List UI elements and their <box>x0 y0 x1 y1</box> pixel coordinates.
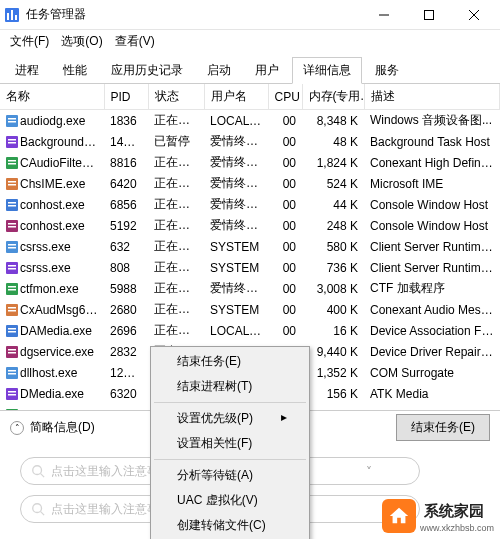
menu-options[interactable]: 选项(O) <box>57 31 106 52</box>
context-item[interactable]: 创建转储文件(C) <box>153 513 307 538</box>
maximize-button[interactable] <box>406 0 451 29</box>
table-row[interactable]: audiodg.exe1836正在运行LOCAL SE...008,348 KW… <box>0 110 500 132</box>
table-row[interactable]: CAudioFilterAgent...8816正在运行爱情终究...001,8… <box>0 152 500 173</box>
svg-rect-16 <box>8 163 16 165</box>
svg-rect-37 <box>8 310 16 312</box>
tab-1[interactable]: 性能 <box>52 57 98 84</box>
table-row[interactable]: CxAudMsg64.exe2680正在运行SYSTEM00400 KConex… <box>0 299 500 320</box>
cell-pid: 8816 <box>104 152 148 173</box>
col-header-name[interactable]: 名称 <box>0 84 104 110</box>
svg-rect-43 <box>8 352 16 354</box>
table-row[interactable]: ctfmon.exe5988正在运行爱情终究...003,008 KCTF 加载… <box>0 278 500 299</box>
tab-6[interactable]: 服务 <box>364 57 410 84</box>
col-header-mem[interactable]: 内存(专用... <box>302 84 364 110</box>
cell-status: 正在运行 <box>148 320 204 341</box>
cell-pid: 5192 <box>104 215 148 236</box>
cell-mem: 736 K <box>302 257 364 278</box>
table-row[interactable]: BackgroundTaskH...14440已暂停爱情终究...0048 KB… <box>0 131 500 152</box>
svg-point-68 <box>33 466 42 475</box>
context-item[interactable]: UAC 虚拟化(V) <box>153 488 307 513</box>
context-item[interactable]: 结束任务(E) <box>153 349 307 374</box>
cell-pid: 6420 <box>104 173 148 194</box>
process-icon <box>6 325 18 337</box>
svg-rect-42 <box>8 349 16 351</box>
svg-line-71 <box>41 512 45 516</box>
end-task-button[interactable]: 结束任务(E) <box>396 414 490 441</box>
cell-user: 爱情终究... <box>204 278 268 299</box>
watermark: 系统家园 www.xkzhbsb.com <box>382 499 494 533</box>
process-icon <box>6 346 18 358</box>
col-header-pid[interactable]: PID <box>104 84 148 110</box>
process-icon <box>6 241 18 253</box>
brief-info-link[interactable]: 简略信息(D) <box>30 419 95 436</box>
close-button[interactable] <box>451 0 496 29</box>
menubar: 文件(F) 选项(O) 查看(V) <box>0 30 500 52</box>
cell-desc: ATK Media <box>364 383 500 404</box>
cell-status: 正在运行 <box>148 173 204 194</box>
svg-rect-45 <box>8 370 16 372</box>
cell-pid: 5988 <box>104 278 148 299</box>
svg-rect-36 <box>8 307 16 309</box>
context-item[interactable]: 设置相关性(F) <box>153 431 307 456</box>
col-header-status[interactable]: 状态 <box>148 84 204 110</box>
table-row[interactable]: csrss.exe632正在运行SYSTEM00580 KClient Serv… <box>0 236 500 257</box>
minimize-button[interactable] <box>361 0 406 29</box>
col-header-desc[interactable]: 描述 <box>364 84 500 110</box>
cell-desc: Device Driver Repair ... <box>364 341 500 362</box>
cell-mem: 1,824 K <box>302 152 364 173</box>
table-row[interactable]: conhost.exe5192正在运行爱情终究...00248 KConsole… <box>0 215 500 236</box>
tab-3[interactable]: 启动 <box>196 57 242 84</box>
table-row[interactable]: ChsIME.exe6420正在运行爱情终究...00524 KMicrosof… <box>0 173 500 194</box>
cell-pid: 632 <box>104 236 148 257</box>
menu-file[interactable]: 文件(F) <box>6 31 53 52</box>
process-icon <box>6 136 18 148</box>
col-header-cpu[interactable]: CPU <box>268 84 302 110</box>
chevron-down-icon[interactable]: ˅ <box>366 465 372 479</box>
cell-user: SYSTEM <box>204 299 268 320</box>
context-item[interactable]: 设置优先级(P) ▸ <box>153 406 307 431</box>
svg-rect-22 <box>8 205 16 207</box>
svg-rect-2 <box>11 10 13 20</box>
cell-mem: 248 K <box>302 215 364 236</box>
svg-rect-10 <box>8 121 16 123</box>
svg-rect-13 <box>8 142 16 144</box>
chevron-up-icon[interactable]: ˄ <box>10 421 24 435</box>
process-name: dllhost.exe <box>20 366 77 380</box>
cell-pid: 6856 <box>104 194 148 215</box>
process-name: BackgroundTaskH... <box>20 135 104 149</box>
menu-view[interactable]: 查看(V) <box>111 31 159 52</box>
cell-status: 正在运行 <box>148 152 204 173</box>
cell-cpu: 00 <box>268 173 302 194</box>
svg-rect-31 <box>8 268 16 270</box>
svg-rect-5 <box>424 10 433 19</box>
cell-status: 已暂停 <box>148 131 204 152</box>
cell-cpu: 00 <box>268 194 302 215</box>
cell-cpu: 00 <box>268 299 302 320</box>
tab-5[interactable]: 详细信息 <box>292 57 362 84</box>
cell-user: 爱情终究... <box>204 173 268 194</box>
tab-4[interactable]: 用户 <box>244 57 290 84</box>
table-row[interactable]: DAMedia.exe2696正在运行LOCAL SE...0016 KDevi… <box>0 320 500 341</box>
cell-mem: 9,440 K <box>302 341 364 362</box>
tab-2[interactable]: 应用历史记录 <box>100 57 194 84</box>
cell-cpu: 00 <box>268 236 302 257</box>
cell-cpu: 00 <box>268 215 302 236</box>
svg-rect-49 <box>8 394 16 396</box>
process-icon <box>6 283 18 295</box>
cell-mem: 48 K <box>302 131 364 152</box>
cell-desc: Device Association Fr... <box>364 320 500 341</box>
svg-rect-39 <box>8 328 16 330</box>
cell-status: 正在运行 <box>148 299 204 320</box>
process-name: DMedia.exe <box>20 387 84 401</box>
context-item[interactable]: 分析等待链(A) <box>153 463 307 488</box>
cell-mem: 400 K <box>302 299 364 320</box>
cell-user: 爱情终究... <box>204 215 268 236</box>
table-row[interactable]: csrss.exe808正在运行SYSTEM00736 KClient Serv… <box>0 257 500 278</box>
context-item[interactable]: 结束进程树(T) <box>153 374 307 399</box>
cell-mem: 3,008 K <box>302 278 364 299</box>
table-row[interactable]: conhost.exe6856正在运行爱情终究...0044 KConsole … <box>0 194 500 215</box>
svg-rect-1 <box>7 13 9 20</box>
col-header-user[interactable]: 用户名 <box>204 84 268 110</box>
tab-0[interactable]: 进程 <box>4 57 50 84</box>
cell-status: 正在运行 <box>148 278 204 299</box>
